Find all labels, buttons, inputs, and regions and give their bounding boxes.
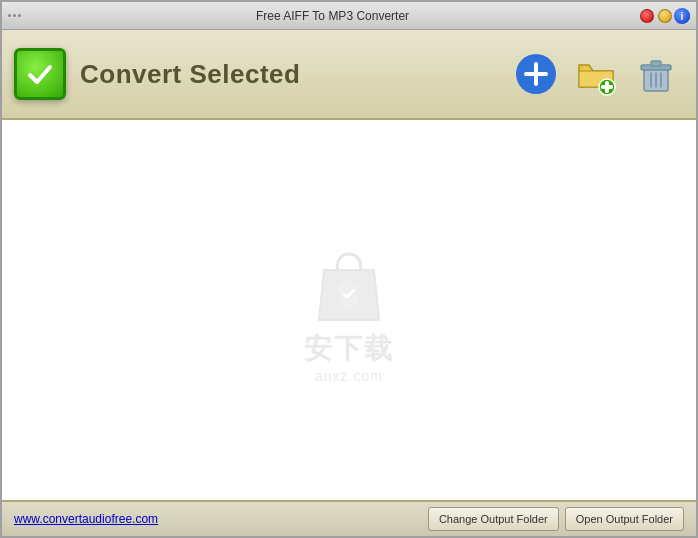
website-link[interactable]: www.convertaudiofree.com <box>14 512 158 526</box>
title-bar: Free AIFF To MP3 Converter <box>2 2 696 30</box>
title-bar-left <box>8 14 25 17</box>
window-title: Free AIFF To MP3 Converter <box>256 9 409 23</box>
add-file-button[interactable] <box>510 48 562 100</box>
svg-rect-5 <box>601 85 613 89</box>
minimize-button[interactable] <box>658 9 672 23</box>
convert-btn-area: Convert Selected <box>14 48 300 100</box>
convert-label: Convert Selected <box>80 59 300 90</box>
svg-rect-8 <box>651 61 661 66</box>
open-output-folder-button[interactable]: Open Output Folder <box>565 507 684 531</box>
info-icon[interactable]: i <box>674 8 690 24</box>
svg-rect-2 <box>524 72 548 76</box>
close-button[interactable] <box>640 9 654 23</box>
watermark-cn-text: 安下载 <box>304 330 394 368</box>
add-folder-button[interactable] <box>570 48 622 100</box>
watermark: 安下载 anxz.com <box>304 240 394 384</box>
toolbar-right <box>510 48 682 100</box>
file-list-area: 安下载 anxz.com <box>2 120 696 504</box>
status-buttons: Change Output Folder Open Output Folder <box>428 507 684 531</box>
toolbar: Convert Selected <box>2 30 696 120</box>
status-bar: www.convertaudiofree.com Change Output F… <box>2 500 696 536</box>
title-bar-grip <box>8 14 21 17</box>
delete-button[interactable] <box>630 48 682 100</box>
change-output-folder-button[interactable]: Change Output Folder <box>428 507 559 531</box>
watermark-en-text: anxz.com <box>315 368 383 384</box>
convert-button[interactable] <box>14 48 66 100</box>
main-window: Free AIFF To MP3 Converter i Convert Sel… <box>0 0 698 538</box>
